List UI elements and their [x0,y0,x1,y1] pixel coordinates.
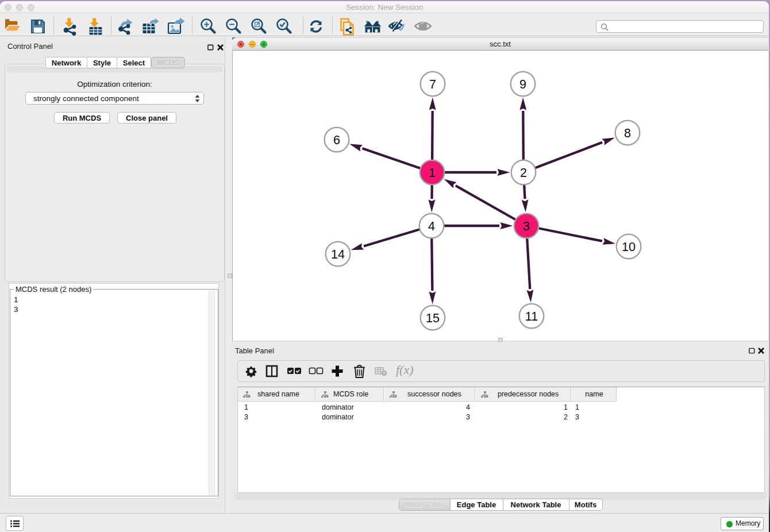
svg-text:15: 15 [426,311,440,325]
svg-text:14: 14 [331,248,345,261]
svg-text:3: 3 [523,219,530,233]
svg-text:7: 7 [429,78,436,91]
svg-text:11: 11 [525,310,538,323]
svg-text:1: 1 [429,166,436,180]
svg-text:9: 9 [519,78,526,91]
svg-text:2: 2 [520,166,527,180]
svg-text:10: 10 [622,240,636,254]
svg-text:8: 8 [624,126,631,140]
svg-text:4: 4 [428,219,435,233]
svg-text:6: 6 [333,133,340,147]
